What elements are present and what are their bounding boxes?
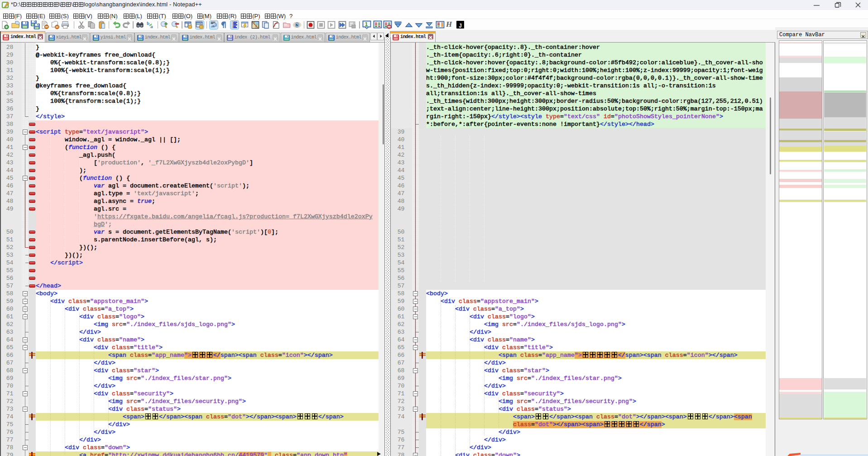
- svg-text:b: b: [147, 20, 149, 26]
- svg-text:1: 1: [365, 21, 368, 27]
